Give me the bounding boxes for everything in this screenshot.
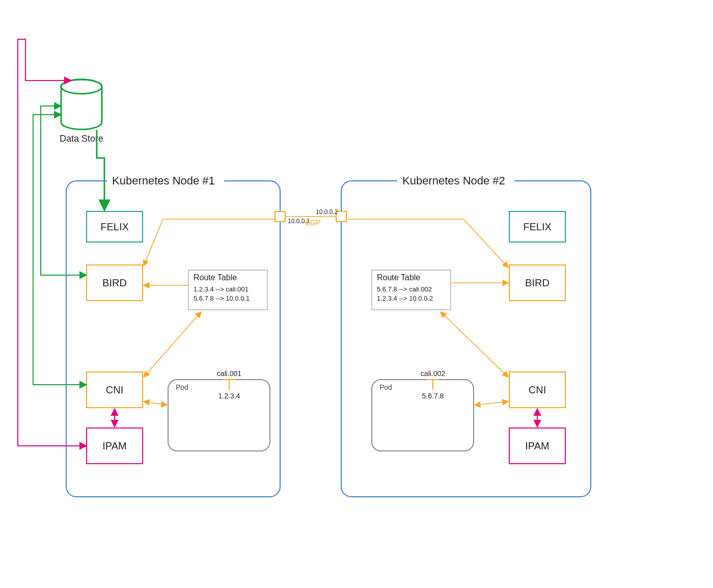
svg-text:Pod: Pod	[379, 383, 392, 391]
svg-text:1.2.3.4: 1.2.3.4	[218, 392, 240, 400]
node2-felix-label: FELIX	[523, 221, 552, 232]
node1-bgp-port	[275, 211, 285, 222]
svg-text:1.2.3.4 --> cali.001: 1.2.3.4 --> cali.001	[194, 285, 249, 293]
edge-bgp-bird1	[144, 219, 275, 266]
bgp-link: 10.0.0.1 10.0.0.2 BGP	[275, 208, 346, 227]
node1-route-table: Route Table 1.2.3.4 --> cali.001 5.6.7.8…	[188, 270, 267, 310]
node2-bird-label: BIRD	[525, 277, 550, 288]
edge-bgp-bird2	[347, 219, 508, 268]
svg-text:1.2.3.4 --> 10.0.0.2: 1.2.3.4 --> 10.0.0.2	[377, 295, 433, 302]
svg-text:Pod: Pod	[176, 383, 188, 391]
svg-text:cali.002: cali.002	[421, 369, 445, 378]
kubernetes-node-1: Kubernetes Node #1 FELIX BIRD CNI IPAM R…	[66, 173, 280, 497]
bgp-label: BGP	[306, 219, 321, 227]
svg-text:5.6.7.8 --> 10.0.0.1: 5.6.7.8 --> 10.0.0.1	[194, 295, 250, 302]
edge-cni2-pod2	[475, 402, 508, 405]
node2-ipam-label: IPAM	[525, 440, 549, 451]
node1-felix-label: FELIX	[100, 221, 129, 232]
edge-cni2-rt2	[441, 312, 508, 377]
svg-text:cali.001: cali.001	[217, 369, 241, 378]
node2-title: Kubernetes Node #2	[402, 174, 505, 187]
node2-pod: Pod cali.002 5.6.7.8	[372, 369, 474, 451]
svg-text:Route Table: Route Table	[194, 273, 237, 282]
edge-cni1-rt1	[144, 312, 201, 377]
edge-cni1-pod1	[144, 402, 167, 405]
svg-text:Route Table: Route Table	[377, 273, 420, 282]
node1-bird-label: BIRD	[102, 277, 127, 288]
node2-cni-label: CNI	[529, 384, 546, 395]
node1-ipam-label: IPAM	[102, 440, 126, 451]
architecture-diagram: Data Store Kubernetes Node #1 FELIX BIRD…	[0, 0, 713, 588]
node1-pod: Pod cali.001 1.2.3.4	[168, 369, 270, 451]
svg-text:10.0.0.2: 10.0.0.2	[316, 208, 338, 216]
edge-ds-bird	[41, 106, 87, 275]
svg-text:5.6.7.8: 5.6.7.8	[422, 392, 444, 400]
node1-cni-label: CNI	[106, 384, 123, 395]
svg-text:5.6.7.8 --> cali.002: 5.6.7.8 --> cali.002	[377, 285, 432, 293]
node2-route-table: Route Table 5.6.7.8 --> cali.002 1.2.3.4…	[372, 270, 451, 310]
node1-title: Kubernetes Node #1	[112, 174, 215, 187]
